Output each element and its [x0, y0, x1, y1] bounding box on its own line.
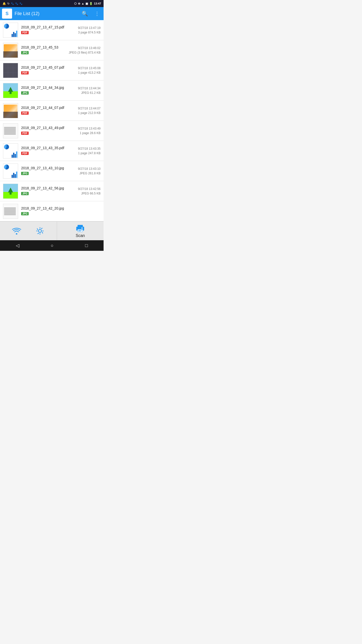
file-meta: 9/27/18 13:44:071 page 212.9 KB [78, 106, 101, 115]
file-type-badge: PDF [21, 71, 29, 74]
file-meta: 9/27/18 13:43:351 page 247.8 KB [78, 146, 101, 155]
app-icon-1: 🐾 [11, 2, 14, 5]
status-right-icons: ⬡ ⊖ ▲ ▣ 🔋 13:47 [74, 2, 101, 5]
time-display: 13:47 [94, 2, 101, 5]
file-name: 2018_09_27_13_45_53 [21, 45, 69, 49]
notification-icon: 🔔 [3, 2, 6, 5]
app-logo: S [2, 9, 12, 19]
bluetooth-icon: ⬡ [74, 2, 77, 5]
file-info: 2018_09_27_13_42_20.jpg JPG [21, 206, 101, 216]
status-bar: 🔔 ↻ 🐾 🐾 🐾 ⬡ ⊖ ▲ ▣ 🔋 13:47 [0, 0, 104, 7]
sync-icon: ↻ [7, 2, 10, 5]
file-info: 2018_09_27_13_45_07.pdf PDF [21, 65, 78, 75]
file-meta: 9/27/18 13:46:02JPEG (3 files) 873.4 KB [69, 46, 101, 55]
file-item[interactable]: 2018_09_27_13_45_53 JPG 9/27/18 13:46:02… [0, 40, 104, 60]
wifi-button[interactable] [12, 227, 21, 234]
file-thumb [3, 63, 18, 78]
nfc-icon: ▣ [85, 2, 88, 5]
file-meta: 9/27/18 13:43:10JPEG 261.8 KB [78, 167, 101, 176]
home-button[interactable]: ○ [46, 241, 59, 250]
file-info: 2018_09_27_13_44_07.pdf PDF [21, 106, 78, 116]
app-title: File List (12) [15, 11, 77, 16]
file-thumb [3, 103, 18, 118]
file-name: 2018_09_27_13_43_10.jpg [21, 166, 78, 170]
search-button[interactable]: 🔍 [80, 9, 90, 19]
file-name: 2018_09_27_13_45_07.pdf [21, 65, 78, 69]
svg-point-1 [38, 229, 41, 232]
file-info: 2018_09_27_13_43_10.jpg JPG [21, 166, 78, 176]
file-info: 2018_09_27_13_43_35.pdf PDF [21, 146, 78, 156]
file-meta: 9/27/18 13:47:193 page 874.5 KB [78, 26, 101, 35]
file-thumb [3, 83, 18, 98]
bottom-nav-left [0, 222, 57, 240]
file-item[interactable]: 2018_09_27_13_43_10.jpg JPG 9/27/18 13:4… [0, 161, 104, 181]
file-thumb [3, 143, 18, 158]
file-thumb [3, 23, 18, 38]
file-meta: 9/27/18 13:42:56JPEG 66.5 KB [78, 187, 101, 196]
file-name: 2018_09_27_13_44_34.jpg [21, 86, 78, 90]
file-meta: 9/27/18 13:45:081 page 413.2 KB [78, 66, 101, 75]
file-item[interactable]: 2018_09_27_13_42_20.jpg JPG [0, 201, 104, 221]
file-item[interactable]: 2018_09_27_13_43_35.pdf PDF 9/27/18 13:4… [0, 141, 104, 161]
file-thumb [3, 43, 18, 58]
app-header: S File List (12) 🔍 ⋮ [0, 7, 104, 20]
file-item[interactable]: 2018_09_27_13_42_56.jpg JPG 9/27/18 13:4… [0, 181, 104, 201]
wifi-icon [12, 227, 21, 234]
svg-point-0 [16, 233, 17, 234]
file-thumb [3, 184, 18, 199]
recent-button[interactable]: □ [80, 241, 93, 250]
file-name: 2018_09_27_13_43_49.pdf [21, 126, 78, 130]
file-item[interactable]: 2018_09_27_13_43_49.pdf PDF 9/27/18 13:4… [0, 121, 104, 141]
svg-rect-7 [78, 231, 81, 231]
svg-rect-4 [78, 229, 83, 232]
file-type-badge: JPG [21, 51, 29, 54]
file-info: 2018_09_27_13_45_53 JPG [21, 45, 69, 55]
file-type-badge: PDF [21, 132, 29, 135]
scan-button[interactable]: Scan [57, 222, 104, 240]
bottom-nav: Scan [0, 221, 104, 240]
file-item[interactable]: 2018_09_27_13_44_07.pdf PDF 9/27/18 13:4… [0, 101, 104, 121]
file-info: 2018_09_27_13_42_56.jpg JPG [21, 186, 78, 196]
file-list: 2018_09_27_13_47_15.pdf PDF 9/27/18 13:4… [0, 20, 104, 221]
file-name: 2018_09_27_13_42_56.jpg [21, 186, 78, 190]
file-info: 2018_09_27_13_44_34.jpg JPG [21, 86, 78, 96]
file-type-badge: PDF [21, 111, 29, 115]
file-item[interactable]: 2018_09_27_13_45_07.pdf PDF 9/27/18 13:4… [0, 60, 104, 80]
back-button[interactable]: ◁ [11, 241, 24, 250]
svg-rect-5 [81, 227, 82, 228]
file-meta: 9/27/18 13:43:491 page 28.6 KB [78, 126, 101, 135]
file-item[interactable]: 2018_09_27_13_44_34.jpg JPG 9/27/18 13:4… [0, 80, 104, 101]
app-icon-3: 🐾 [19, 2, 22, 5]
scan-label: Scan [76, 233, 85, 238]
file-type-badge: JPG [21, 172, 29, 175]
battery-icon: 🔋 [89, 2, 93, 5]
svg-rect-3 [78, 225, 83, 227]
file-thumb [3, 164, 18, 179]
system-bar: ◁ ○ □ [0, 240, 104, 251]
file-type-badge: JPG [21, 91, 29, 95]
svg-rect-6 [78, 230, 82, 230]
file-meta: 9/27/18 13:44:34JPEG 61.2 KB [78, 86, 101, 95]
file-name: 2018_09_27_13_42_20.jpg [21, 206, 101, 210]
file-thumb [3, 123, 18, 138]
settings-icon [35, 226, 44, 235]
file-name: 2018_09_27_13_44_07.pdf [21, 106, 78, 110]
scan-icon [75, 224, 85, 232]
file-type-badge: PDF [21, 152, 29, 155]
status-left-icons: 🔔 ↻ 🐾 🐾 🐾 [3, 2, 22, 5]
file-info: 2018_09_27_13_47_15.pdf PDF [21, 25, 78, 35]
file-type-badge: JPG [21, 212, 29, 215]
file-thumb [3, 204, 18, 219]
file-type-badge: PDF [21, 31, 29, 34]
more-menu-button[interactable]: ⋮ [93, 9, 102, 19]
file-info: 2018_09_27_13_43_49.pdf PDF [21, 126, 78, 136]
file-name: 2018_09_27_13_43_35.pdf [21, 146, 78, 150]
settings-button[interactable] [35, 226, 44, 235]
app-icon-2: 🐾 [15, 2, 18, 5]
wifi-status-icon: ▲ [81, 2, 84, 5]
file-item[interactable]: 2018_09_27_13_47_15.pdf PDF 9/27/18 13:4… [0, 20, 104, 40]
file-type-badge: JPG [21, 192, 29, 195]
file-name: 2018_09_27_13_47_15.pdf [21, 25, 78, 29]
signal-icon: ⊖ [78, 2, 80, 5]
